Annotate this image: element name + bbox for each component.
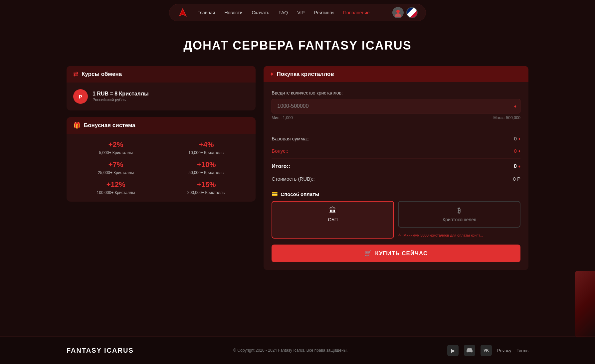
footer-logo: FANTASY ICARUS bbox=[67, 347, 134, 354]
total-crystal-icon: ♦ bbox=[518, 164, 520, 169]
exchange-text: 1 RUB = 8 Кристаллы Российский рубль bbox=[93, 91, 149, 102]
user-avatar[interactable] bbox=[392, 7, 404, 18]
crystal-input[interactable] bbox=[272, 99, 520, 113]
page-title: ДОНАТ СЕРВЕРА FANTASY ICARUS bbox=[67, 39, 528, 53]
exchange-card: ⇄ Курсы обмена P 1 RUB = 8 Кристаллы Рос… bbox=[67, 66, 256, 110]
nav-link-skachat[interactable]: Скачать bbox=[252, 10, 270, 15]
exchange-card-body: P 1 RUB = 8 Кристаллы Российский рубль bbox=[67, 83, 256, 110]
bonus-crystal-icon: ♦ bbox=[518, 149, 520, 153]
base-value-wrap: 0 ♦ bbox=[514, 136, 520, 141]
youtube-icon[interactable]: ▶ bbox=[447, 345, 459, 356]
payment-label-icon: 💳 bbox=[272, 191, 278, 197]
purchase-header: ♦ Покупка кристаллов bbox=[264, 66, 528, 82]
bonus-label-0: 5,000+ Кристаллы bbox=[73, 150, 158, 155]
right-edge-decoration bbox=[575, 271, 595, 337]
cart-icon: 🛒 bbox=[364, 250, 372, 257]
exchange-badge: P bbox=[73, 89, 88, 104]
navbar: Главная Новости Скачать FAQ VIP Рейтинги… bbox=[0, 0, 595, 25]
left-column: ⇄ Курсы обмена P 1 RUB = 8 Кристаллы Рос… bbox=[67, 66, 256, 270]
bonus-label-2: 25,000+ Кристаллы bbox=[73, 170, 158, 175]
discord-icon[interactable] bbox=[464, 345, 475, 356]
bonus-percent-2: +7% bbox=[73, 160, 158, 169]
bonus-label-5: 200,000+ Кристаллы bbox=[164, 190, 249, 195]
purchase-header-label: Покупка кристаллов bbox=[277, 71, 334, 78]
language-flag[interactable] bbox=[406, 7, 418, 18]
bonus-percent-1: +4% bbox=[164, 140, 249, 149]
nav-logo-icon bbox=[177, 7, 188, 18]
bonus-icon: 🎁 bbox=[73, 122, 81, 129]
purchase-body: Введите количество кристаллов: ♦ Мин.: 1… bbox=[264, 82, 528, 270]
base-label: Базовая сумма:: bbox=[272, 136, 309, 141]
bonus-grid: +2% 5,000+ Кристаллы +4% 10,000+ Кристал… bbox=[67, 134, 256, 202]
nav-link-novosti[interactable]: Новости bbox=[224, 10, 242, 15]
bonus-summary-value: 0 bbox=[514, 148, 517, 154]
bonus-label-1: 10,000+ Кристаллы bbox=[164, 150, 249, 155]
nav-link-popolnenie[interactable]: Пополнение bbox=[343, 10, 370, 15]
bonus-item-3: +10% 50,000+ Кристаллы bbox=[164, 160, 249, 175]
total-row: Итого:: 0 ♦ bbox=[272, 160, 520, 173]
bonus-item-4: +12% 100,000+ Кристаллы bbox=[73, 180, 158, 195]
payment-methods: 🏛 СБП ₿ Криптокошелек ⚠ Минимум 5000 кри… bbox=[272, 201, 520, 239]
nav-link-faq[interactable]: FAQ bbox=[279, 10, 288, 15]
warning-text: Минимум 5000 кристаллов для оплаты крипт… bbox=[403, 233, 483, 237]
bonus-row: Бонус:: 0 ♦ bbox=[272, 145, 520, 157]
bonus-summary-label: Бонус:: bbox=[272, 148, 288, 154]
crystal-input-icon: ♦ bbox=[514, 103, 516, 109]
payment-section: 💳 Способ оплаты 🏛 СБП ₿ Криптокошелек bbox=[272, 191, 520, 239]
vk-icon[interactable]: VK bbox=[481, 345, 492, 356]
sbp-icon: 🏛 bbox=[329, 206, 336, 215]
bonus-item-5: +15% 200,000+ Кристаллы bbox=[164, 180, 249, 195]
base-row: Базовая сумма:: 0 ♦ bbox=[272, 132, 520, 145]
buy-label: КУПИТЬ СЕЙЧАС bbox=[375, 250, 428, 257]
cost-row: Стоимость (RUB):: 0 Р bbox=[272, 173, 520, 185]
payment-label: 💳 Способ оплаты bbox=[272, 191, 520, 197]
hint-max: Макс.: 500,000 bbox=[493, 115, 520, 120]
sbp-label: СБП bbox=[328, 217, 338, 222]
bonus-percent-4: +12% bbox=[73, 180, 158, 189]
exchange-item: P 1 RUB = 8 Кристаллы Российский рубль bbox=[73, 89, 249, 104]
bonus-percent-0: +2% bbox=[73, 140, 158, 149]
crypto-warning: ⚠ Минимум 5000 кристаллов для оплаты кри… bbox=[398, 232, 520, 239]
crypto-label: Криптокошелек bbox=[443, 217, 476, 222]
nav-link-vip[interactable]: VIP bbox=[297, 10, 305, 15]
total-label: Итого:: bbox=[272, 163, 290, 169]
cards-grid: ⇄ Курсы обмена P 1 RUB = 8 Кристаллы Рос… bbox=[67, 66, 528, 270]
total-value: 0 bbox=[514, 163, 517, 169]
crystal-input-wrap: ♦ bbox=[272, 99, 520, 113]
nav-link-reytingi[interactable]: Рейтинги bbox=[314, 10, 334, 15]
main-content: ДОНАТ СЕРВЕРА FANTASY ICARUS ⇄ Курсы обм… bbox=[0, 25, 595, 336]
exchange-currency: Российский рубль bbox=[93, 97, 149, 102]
base-crystal-icon: ♦ bbox=[518, 136, 520, 141]
footer-right: ▶ VK Privacy Terms bbox=[447, 345, 528, 356]
warning-icon: ⚠ bbox=[398, 233, 401, 237]
exchange-icon: ⇄ bbox=[73, 71, 78, 78]
svg-point-2 bbox=[396, 10, 400, 13]
bonus-card-header: 🎁 Бонусная система bbox=[67, 117, 256, 134]
bonus-percent-3: +10% bbox=[164, 160, 249, 169]
exchange-header-label: Курсы обмена bbox=[82, 71, 122, 78]
cost-label: Стоимость (RUB):: bbox=[272, 176, 314, 182]
navbar-inner: Главная Новости Скачать FAQ VIP Рейтинги… bbox=[169, 4, 426, 21]
footer-copyright: © Copyright 2020 - 2024 Fantasy Icarus. … bbox=[233, 348, 347, 353]
bonus-item-0: +2% 5,000+ Кристаллы bbox=[73, 140, 158, 155]
crystal-input-label: Введите количество кристаллов: bbox=[272, 90, 520, 95]
payment-label-text: Способ оплаты bbox=[281, 191, 319, 197]
bonus-label-4: 100,000+ Кристаллы bbox=[73, 190, 158, 195]
purchase-card: ♦ Покупка кристаллов Введите количество … bbox=[264, 66, 528, 270]
bonus-item-1: +4% 10,000+ Кристаллы bbox=[164, 140, 249, 155]
bonus-percent-5: +15% bbox=[164, 180, 249, 189]
purchase-header-icon: ♦ bbox=[270, 71, 273, 78]
privacy-link[interactable]: Privacy bbox=[497, 348, 511, 353]
bonus-item-2: +7% 25,000+ Кристаллы bbox=[73, 160, 158, 175]
payment-sbp-button[interactable]: 🏛 СБП bbox=[272, 201, 394, 239]
hint-min: Мин.: 1,000 bbox=[272, 115, 293, 120]
summary-section: Базовая сумма:: 0 ♦ Бонус:: 0 ♦ bbox=[272, 127, 520, 185]
crypto-icon: ₿ bbox=[458, 206, 461, 215]
payment-crypto-button[interactable]: ₿ Криптокошелек bbox=[398, 201, 520, 228]
bonus-header-label: Бонусная система bbox=[84, 122, 135, 129]
buy-button[interactable]: 🛒 КУПИТЬ СЕЙЧАС bbox=[272, 245, 520, 262]
cost-value: 0 Р bbox=[513, 176, 520, 182]
terms-link[interactable]: Terms bbox=[517, 348, 528, 353]
nav-link-glavnaya[interactable]: Главная bbox=[197, 10, 215, 15]
exchange-card-header: ⇄ Курсы обмена bbox=[67, 66, 256, 83]
